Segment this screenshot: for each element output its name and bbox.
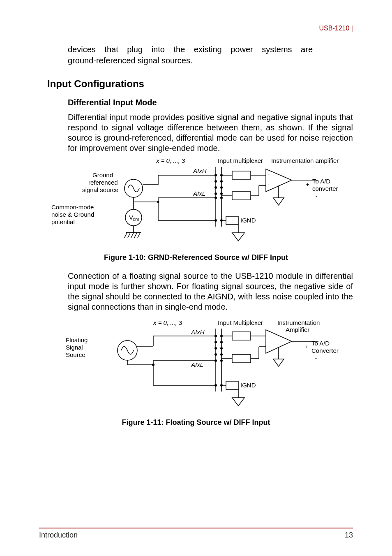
figure-1-10-caption: Figure 1-10: GRND-Referenced Source w/ D… bbox=[39, 253, 353, 262]
toad-line0: To A/D bbox=[312, 178, 330, 185]
svg-rect-31 bbox=[232, 171, 251, 179]
svg-marker-90 bbox=[232, 398, 244, 406]
svg-point-28 bbox=[220, 197, 223, 199]
svg-point-49 bbox=[157, 201, 159, 203]
gnd-ref-line1: referenced bbox=[88, 179, 118, 186]
svg-marker-88 bbox=[273, 359, 284, 366]
x-range-label-2: x = 0, ..., 3 bbox=[153, 320, 182, 326]
svg-point-68 bbox=[220, 347, 223, 350]
svg-rect-83 bbox=[226, 381, 238, 389]
out-plus: + bbox=[306, 182, 309, 188]
intro-paragraph-line1: devices that plug into the existing powe… bbox=[68, 44, 353, 55]
svg-point-22 bbox=[220, 180, 223, 183]
aixl-label-2: AIxL bbox=[191, 361, 203, 368]
aixh-label: AIxH bbox=[193, 167, 207, 174]
diff-mode-paragraph: Differential input mode provides positiv… bbox=[68, 112, 353, 153]
svg-rect-34 bbox=[226, 216, 238, 225]
svg-point-67 bbox=[214, 347, 217, 350]
amp-label: Instrumentation amplifier bbox=[271, 157, 339, 164]
amp-label-2a: Instrumentation bbox=[277, 320, 320, 326]
svg-rect-75 bbox=[232, 332, 251, 340]
out-minus-2: - bbox=[315, 355, 317, 361]
svg-line-12 bbox=[125, 233, 127, 238]
out-minus: - bbox=[316, 193, 317, 199]
svg-point-23 bbox=[214, 186, 217, 189]
svg-point-27 bbox=[214, 197, 217, 199]
cm-line0: Common-mode bbox=[51, 204, 94, 211]
svg-line-16 bbox=[138, 233, 140, 238]
svg-marker-44 bbox=[273, 198, 284, 205]
svg-point-69 bbox=[214, 353, 217, 356]
svg-point-19 bbox=[214, 174, 217, 176]
svg-point-26 bbox=[220, 192, 223, 195]
page-header: USB-1210 | bbox=[39, 25, 353, 32]
mux-label: Input multiplexer bbox=[218, 157, 263, 164]
gnd-ref-line2: signal source bbox=[82, 186, 118, 193]
svg-line-15 bbox=[134, 233, 137, 238]
subsection-heading: Differential Input Mode bbox=[68, 98, 353, 107]
x-range-label: x = 0, ..., 3 bbox=[156, 157, 185, 164]
svg-marker-46 bbox=[232, 233, 244, 241]
page-footer: Introduction 13 bbox=[39, 528, 353, 540]
svg-point-72 bbox=[220, 359, 223, 362]
amp-minus: - bbox=[268, 182, 270, 188]
figure-1-11: x = 0, ..., 3 Input Multiplexer Instrume… bbox=[39, 320, 353, 427]
float-line2: Source bbox=[66, 351, 85, 358]
amp-label-2b: Amplifier bbox=[286, 326, 309, 333]
aixl-label: AIxL bbox=[193, 190, 205, 197]
cm-line2: potential bbox=[51, 218, 75, 225]
svg-point-73 bbox=[214, 384, 217, 387]
svg-line-14 bbox=[131, 233, 134, 238]
amp-plus: + bbox=[267, 171, 270, 177]
toad-line1-2: Converter bbox=[311, 347, 339, 354]
intro-paragraph-line2: ground-referenced signal sources. bbox=[68, 56, 353, 66]
float-line1: Signal bbox=[66, 344, 83, 351]
svg-point-21 bbox=[214, 180, 217, 183]
svg-point-66 bbox=[220, 341, 223, 343]
svg-point-24 bbox=[220, 186, 223, 189]
toad-line0-2: To A/D bbox=[311, 340, 330, 347]
svg-point-65 bbox=[214, 341, 217, 343]
svg-rect-36 bbox=[232, 192, 251, 200]
footer-section: Introduction bbox=[39, 531, 78, 540]
section-heading: Input Configurations bbox=[47, 78, 353, 90]
cm-line1: noise & Ground bbox=[51, 211, 94, 218]
svg-point-25 bbox=[214, 192, 217, 195]
amp-plus-2: + bbox=[267, 332, 270, 338]
product-id: USB-1210 bbox=[319, 25, 350, 32]
float-line0: Floating bbox=[66, 336, 88, 343]
mux-label-2: Input Multiplexer bbox=[218, 320, 263, 326]
ignd-label-2: IGND bbox=[240, 382, 256, 389]
svg-point-70 bbox=[220, 353, 223, 356]
out-plus-2: + bbox=[305, 344, 308, 350]
header-bar: | bbox=[351, 25, 353, 32]
vcm-sub: cm bbox=[133, 217, 139, 222]
figure-1-10: x = 0, ..., 3 Input multiplexer Instrume… bbox=[39, 157, 353, 262]
amp-minus-2: - bbox=[268, 343, 270, 349]
ignd-label: IGND bbox=[240, 217, 256, 224]
svg-rect-78 bbox=[232, 354, 251, 363]
aixh-label-2: AIxH bbox=[191, 329, 205, 336]
gnd-ref-line0: Ground bbox=[92, 171, 113, 178]
svg-point-71 bbox=[214, 359, 217, 362]
grnd-ref-diagram: x = 0, ..., 3 Input multiplexer Instrume… bbox=[39, 157, 360, 245]
svg-point-63 bbox=[214, 335, 217, 337]
footer-page-number: 13 bbox=[345, 531, 353, 540]
toad-line1: converter bbox=[312, 185, 338, 192]
floating-source-diagram: x = 0, ..., 3 Input Multiplexer Instrume… bbox=[39, 320, 360, 410]
floating-paragraph: Connection of a floating signal source t… bbox=[68, 271, 353, 312]
svg-line-13 bbox=[128, 233, 130, 238]
figure-1-11-caption: Figure 1-11: Floating Source w/ DIFF Inp… bbox=[39, 418, 353, 427]
